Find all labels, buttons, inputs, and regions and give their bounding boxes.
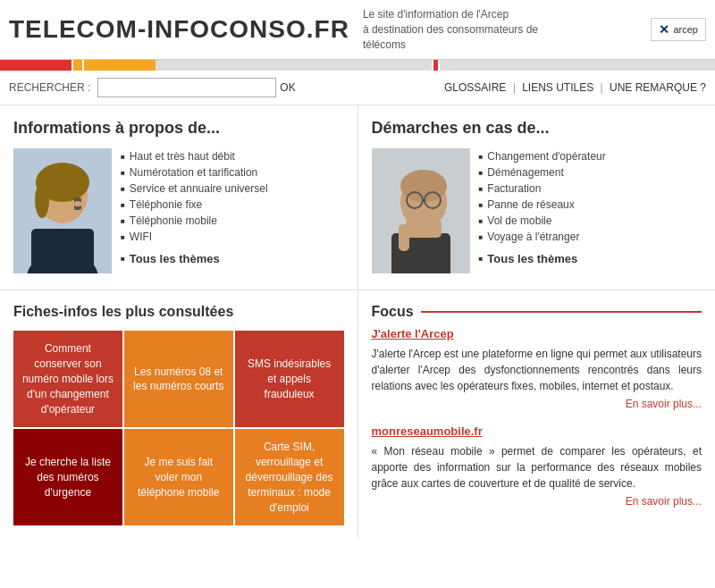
tagline: Le site d'information de l'Arcep à desti… [363,7,542,52]
focus-items-container: J'alerte l'ArcepJ'alerte l'Arcep est une… [372,327,702,508]
color-seg-6 [440,60,716,71]
tagline-line1: Le site d'information de l'Arcep [363,7,542,22]
svg-rect-16 [399,224,409,251]
demarches-panel-title: Démarches en cas de... [372,119,702,138]
arcep-icon: ✕ [659,22,669,37]
focus-item: monreseaumobile.fr« Mon réseau mobile » … [372,424,702,508]
demarches-list-item[interactable]: Voyage à l'étranger [479,229,702,245]
woman-svg [13,148,112,273]
fiches-title: Fiches-infos les plus consultées [13,304,344,320]
main-panels: Informations à propos de... [0,105,715,290]
color-seg-3 [84,60,156,71]
demarches-list-item[interactable]: Panne de réseaux [479,197,702,213]
remarque-link[interactable]: UNE REMARQUE ? [610,81,706,94]
color-bar [0,60,715,71]
man-svg [372,148,470,273]
svg-point-7 [73,201,82,206]
focus-item-text: J'alerte l'Arcep est une plateforme en l… [372,346,702,394]
focus-title: Focus [372,304,702,320]
en-savoir-link[interactable]: En savoir plus... [372,495,702,508]
tagline-line2: à destination des consommateurs de téléc… [363,22,542,53]
search-input[interactable] [97,78,276,97]
focus-title-text: Focus [372,304,414,320]
info-panel: Informations à propos de... [0,105,358,290]
demarches-tous-themes[interactable]: Tous les thèmes [479,252,702,265]
focus-item-title[interactable]: monreseaumobile.fr [372,424,702,438]
demarches-panel: Démarches en cas de... [358,105,716,290]
svg-point-4 [35,182,49,218]
info-list-item[interactable]: Numérotation et tarification [121,164,344,181]
demarches-list-item[interactable]: Vol de mobile [479,213,702,229]
ok-button[interactable]: OK [280,81,295,94]
focus-item-text: « Mon réseau mobile » permet de comparer… [372,443,702,491]
fiche-item[interactable]: SMS indésirables et appels frauduleux [235,331,344,427]
color-seg-1 [0,60,72,71]
logo-text: TELECOM-INFOCONSO.FR [9,15,349,43]
info-list-item[interactable]: Téléphonie mobile [121,213,344,229]
focus-item-title[interactable]: J'alerte l'Arcep [372,327,702,340]
nav-sep-1: | [513,81,516,94]
demarches-panel-content: Changement d'opérateurDéménagementFactur… [372,148,702,276]
fiche-item[interactable]: Je me suis fait voler mon téléphone mobi… [124,429,233,525]
fiches-section: Fiches-infos les plus consultées Comment… [0,290,358,539]
info-list-item[interactable]: WIFI [121,229,344,245]
demarches-list-item[interactable]: Déménagement [479,164,702,181]
arcep-label: arcep [673,24,698,35]
liens-utiles-link[interactable]: LIENS UTILES [522,81,593,94]
info-panel-title: Informations à propos de... [13,119,344,138]
fiche-item[interactable]: Je cherche la liste des numéros d'urgenc… [13,429,122,525]
info-list-item[interactable]: Service et annuaire universel [121,181,344,197]
fiches-grid: Comment conserver son numéro mobile lors… [13,331,344,525]
nav-sep-2: | [601,81,603,94]
man-image [372,148,470,276]
focus-section: Focus J'alerte l'ArcepJ'alerte l'Arcep e… [358,290,716,539]
color-seg-4 [156,60,432,71]
en-savoir-link[interactable]: En savoir plus... [372,398,702,410]
info-items-list: Haut et très haut débitNumérotation et t… [121,148,344,245]
svg-rect-12 [406,220,442,238]
fiche-item[interactable]: Comment conserver son numéro mobile lors… [13,331,122,427]
info-list-item[interactable]: Haut et très haut débit [121,148,344,164]
demarches-panel-list: Changement d'opérateurDéménagementFactur… [479,148,702,276]
woman-image [13,148,112,276]
info-panel-content: Haut et très haut débitNumérotation et t… [13,148,344,276]
fiche-item[interactable]: Les numéros 08 et les numéros courts [124,331,233,427]
search-label: RECHERCHER : [9,81,90,94]
demarches-list-item[interactable]: Facturation [479,181,702,197]
focus-item: J'alerte l'ArcepJ'alerte l'Arcep est une… [372,327,702,410]
demarches-list-item[interactable]: Changement d'opérateur [479,148,702,164]
site-logo: TELECOM-INFOCONSO.FR [9,15,363,44]
page-header: TELECOM-INFOCONSO.FR Le site d'informati… [0,0,715,60]
search-bar: RECHERCHER : OK GLOSSAIRE | LIENS UTILES… [0,71,715,105]
info-panel-list: Haut et très haut débitNumérotation et t… [121,148,344,276]
fiche-item[interactable]: Carte SIM, verrouillage et déverrouillag… [235,429,344,525]
svg-rect-5 [31,229,94,273]
arcep-logo: ✕ arcep [651,18,706,41]
lower-section: Fiches-infos les plus consultées Comment… [0,290,715,539]
color-seg-2 [73,60,82,71]
demarches-items-list: Changement d'opérateurDéménagementFactur… [479,148,702,245]
info-tous-themes[interactable]: Tous les thèmes [121,252,344,265]
nav-links: GLOSSAIRE | LIENS UTILES | UNE REMARQUE … [444,81,706,94]
glossaire-link[interactable]: GLOSSAIRE [444,81,506,94]
info-list-item[interactable]: Téléphonie fixe [121,197,344,213]
color-seg-5 [433,60,438,71]
